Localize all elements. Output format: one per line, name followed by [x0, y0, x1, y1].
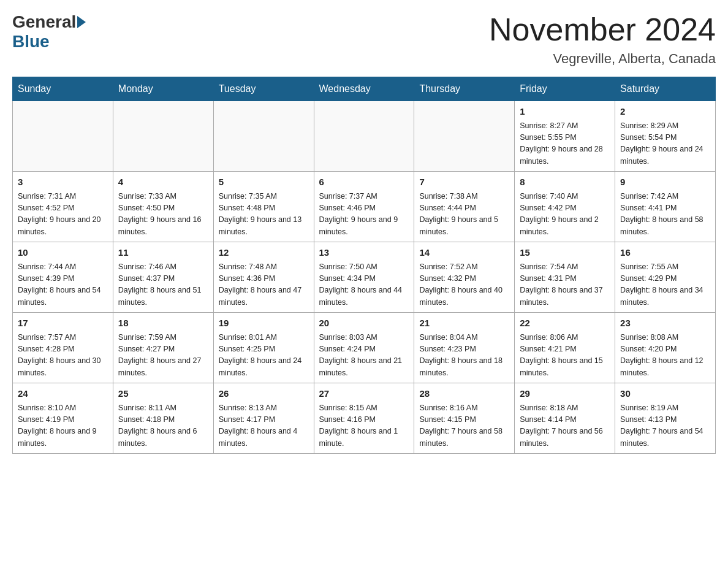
day-info: Sunrise: 7:42 AMSunset: 4:41 PMDaylight:… [620, 191, 710, 239]
day-number: 15 [520, 246, 610, 260]
calendar-cell: 17Sunrise: 7:57 AMSunset: 4:28 PMDayligh… [13, 313, 113, 383]
calendar-cell: 5Sunrise: 7:35 AMSunset: 4:48 PMDaylight… [213, 172, 314, 242]
calendar-week-row: 17Sunrise: 7:57 AMSunset: 4:28 PMDayligh… [13, 313, 716, 383]
day-info: Sunrise: 7:54 AMSunset: 4:31 PMDaylight:… [520, 261, 610, 309]
day-info: Sunrise: 8:06 AMSunset: 4:21 PMDaylight:… [520, 332, 610, 380]
calendar-cell: 14Sunrise: 7:52 AMSunset: 4:32 PMDayligh… [414, 242, 515, 313]
day-info: Sunrise: 7:38 AMSunset: 4:44 PMDaylight:… [419, 191, 509, 239]
day-number: 12 [219, 246, 309, 260]
calendar-cell: 1Sunrise: 8:27 AMSunset: 5:55 PMDaylight… [515, 101, 615, 172]
page-header: General Blue November 2024 Vegreville, A… [12, 12, 716, 67]
calendar-day-header: Thursday [414, 77, 515, 101]
calendar-title: November 2024 [489, 12, 716, 47]
calendar-cell: 11Sunrise: 7:46 AMSunset: 4:37 PMDayligh… [113, 242, 213, 313]
day-number: 13 [319, 246, 409, 260]
day-number: 25 [118, 387, 208, 401]
calendar-subtitle: Vegreville, Alberta, Canada [489, 51, 716, 67]
calendar-table: SundayMondayTuesdayWednesdayThursdayFrid… [12, 77, 716, 454]
day-info: Sunrise: 8:19 AMSunset: 4:13 PMDaylight:… [620, 402, 710, 450]
day-number: 20 [319, 316, 409, 331]
day-info: Sunrise: 7:48 AMSunset: 4:36 PMDaylight:… [219, 261, 309, 309]
day-number: 27 [319, 387, 409, 401]
day-number: 11 [118, 246, 208, 260]
day-info: Sunrise: 7:31 AMSunset: 4:52 PMDaylight:… [18, 191, 108, 239]
day-info: Sunrise: 7:57 AMSunset: 4:28 PMDaylight:… [18, 332, 108, 380]
day-info: Sunrise: 8:10 AMSunset: 4:19 PMDaylight:… [18, 402, 108, 450]
calendar-cell: 3Sunrise: 7:31 AMSunset: 4:52 PMDaylight… [13, 172, 113, 242]
day-info: Sunrise: 8:11 AMSunset: 4:18 PMDaylight:… [118, 402, 208, 450]
calendar-cell [414, 101, 515, 172]
title-section: November 2024 Vegreville, Alberta, Canad… [489, 12, 716, 67]
calendar-cell: 27Sunrise: 8:15 AMSunset: 4:16 PMDayligh… [314, 383, 414, 454]
day-number: 8 [520, 175, 610, 190]
day-info: Sunrise: 8:01 AMSunset: 4:25 PMDaylight:… [219, 332, 309, 380]
day-number: 1 [520, 105, 610, 119]
day-info: Sunrise: 7:44 AMSunset: 4:39 PMDaylight:… [18, 261, 108, 309]
calendar-cell [213, 101, 314, 172]
day-info: Sunrise: 8:15 AMSunset: 4:16 PMDaylight:… [319, 402, 409, 450]
calendar-cell: 9Sunrise: 7:42 AMSunset: 4:41 PMDaylight… [615, 172, 716, 242]
day-info: Sunrise: 8:03 AMSunset: 4:24 PMDaylight:… [319, 332, 409, 380]
calendar-cell: 10Sunrise: 7:44 AMSunset: 4:39 PMDayligh… [13, 242, 113, 313]
calendar-cell [13, 101, 113, 172]
calendar-day-header: Sunday [13, 77, 113, 101]
day-info: Sunrise: 8:27 AMSunset: 5:55 PMDaylight:… [520, 120, 610, 168]
day-info: Sunrise: 7:33 AMSunset: 4:50 PMDaylight:… [118, 191, 208, 239]
day-number: 9 [620, 175, 710, 190]
day-number: 4 [118, 175, 208, 190]
calendar-cell: 21Sunrise: 8:04 AMSunset: 4:23 PMDayligh… [414, 313, 515, 383]
calendar-cell: 15Sunrise: 7:54 AMSunset: 4:31 PMDayligh… [515, 242, 615, 313]
day-number: 29 [520, 387, 610, 401]
day-number: 7 [419, 175, 509, 190]
calendar-cell: 4Sunrise: 7:33 AMSunset: 4:50 PMDaylight… [113, 172, 213, 242]
day-number: 3 [18, 175, 108, 190]
calendar-cell: 12Sunrise: 7:48 AMSunset: 4:36 PMDayligh… [213, 242, 314, 313]
calendar-day-header: Saturday [615, 77, 716, 101]
day-number: 5 [219, 175, 309, 190]
calendar-cell: 29Sunrise: 8:18 AMSunset: 4:14 PMDayligh… [515, 383, 615, 454]
day-number: 6 [319, 175, 409, 190]
day-info: Sunrise: 8:18 AMSunset: 4:14 PMDaylight:… [520, 402, 610, 450]
day-number: 23 [620, 316, 710, 331]
day-number: 24 [18, 387, 108, 401]
calendar-week-row: 10Sunrise: 7:44 AMSunset: 4:39 PMDayligh… [13, 242, 716, 313]
day-number: 28 [419, 387, 509, 401]
calendar-cell: 30Sunrise: 8:19 AMSunset: 4:13 PMDayligh… [615, 383, 716, 454]
calendar-week-row: 1Sunrise: 8:27 AMSunset: 5:55 PMDaylight… [13, 101, 716, 172]
calendar-cell: 8Sunrise: 7:40 AMSunset: 4:42 PMDaylight… [515, 172, 615, 242]
day-info: Sunrise: 8:16 AMSunset: 4:15 PMDaylight:… [419, 402, 509, 450]
calendar-cell: 19Sunrise: 8:01 AMSunset: 4:25 PMDayligh… [213, 313, 314, 383]
calendar-week-row: 24Sunrise: 8:10 AMSunset: 4:19 PMDayligh… [13, 383, 716, 454]
calendar-cell: 7Sunrise: 7:38 AMSunset: 4:44 PMDaylight… [414, 172, 515, 242]
calendar-cell [113, 101, 213, 172]
day-info: Sunrise: 7:40 AMSunset: 4:42 PMDaylight:… [520, 191, 610, 239]
day-number: 22 [520, 316, 610, 331]
calendar-cell: 23Sunrise: 8:08 AMSunset: 4:20 PMDayligh… [615, 313, 716, 383]
calendar-cell: 18Sunrise: 7:59 AMSunset: 4:27 PMDayligh… [113, 313, 213, 383]
logo: General Blue [12, 12, 87, 52]
day-info: Sunrise: 7:52 AMSunset: 4:32 PMDaylight:… [419, 261, 509, 309]
logo-arrow-icon [77, 16, 86, 28]
calendar-day-header: Friday [515, 77, 615, 101]
day-info: Sunrise: 8:29 AMSunset: 5:54 PMDaylight:… [620, 120, 710, 168]
calendar-cell: 6Sunrise: 7:37 AMSunset: 4:46 PMDaylight… [314, 172, 414, 242]
calendar-cell: 22Sunrise: 8:06 AMSunset: 4:21 PMDayligh… [515, 313, 615, 383]
day-number: 17 [18, 316, 108, 331]
calendar-day-header: Monday [113, 77, 213, 101]
day-number: 10 [18, 246, 108, 260]
day-info: Sunrise: 8:08 AMSunset: 4:20 PMDaylight:… [620, 332, 710, 380]
day-number: 14 [419, 246, 509, 260]
calendar-cell: 28Sunrise: 8:16 AMSunset: 4:15 PMDayligh… [414, 383, 515, 454]
calendar-cell: 25Sunrise: 8:11 AMSunset: 4:18 PMDayligh… [113, 383, 213, 454]
day-info: Sunrise: 7:59 AMSunset: 4:27 PMDaylight:… [118, 332, 208, 380]
day-number: 21 [419, 316, 509, 331]
calendar-cell: 24Sunrise: 8:10 AMSunset: 4:19 PMDayligh… [13, 383, 113, 454]
day-info: Sunrise: 8:04 AMSunset: 4:23 PMDaylight:… [419, 332, 509, 380]
day-number: 2 [620, 105, 710, 119]
day-number: 19 [219, 316, 309, 331]
day-info: Sunrise: 7:55 AMSunset: 4:29 PMDaylight:… [620, 261, 710, 309]
day-number: 16 [620, 246, 710, 260]
day-info: Sunrise: 8:13 AMSunset: 4:17 PMDaylight:… [219, 402, 309, 450]
day-info: Sunrise: 7:37 AMSunset: 4:46 PMDaylight:… [319, 191, 409, 239]
calendar-cell: 16Sunrise: 7:55 AMSunset: 4:29 PMDayligh… [615, 242, 716, 313]
